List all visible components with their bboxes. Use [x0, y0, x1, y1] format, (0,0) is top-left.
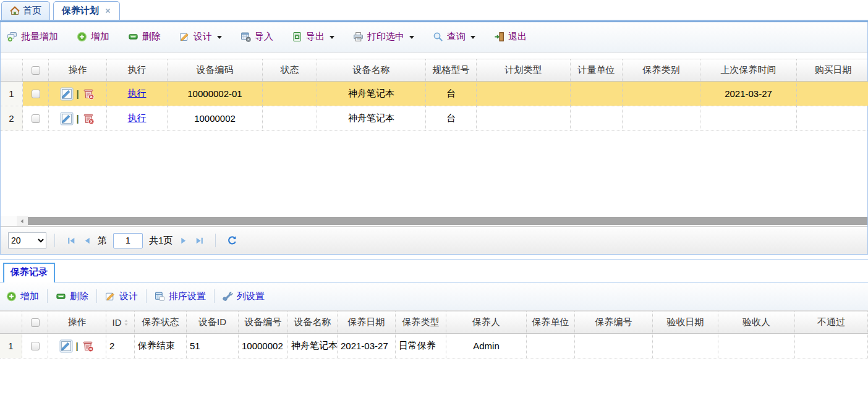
page-number-input[interactable]: [113, 233, 143, 248]
trash-icon[interactable]: [81, 339, 95, 353]
column-header[interactable]: 状态: [263, 59, 317, 81]
table-row[interactable]: 1|2保养结束5110000002神舟笔记本2021-03-27日常保养Admi…: [0, 334, 868, 358]
action-separator: |: [76, 88, 79, 99]
toolbar-button-print[interactable]: 打印选中: [353, 31, 414, 43]
column-header[interactable]: 不通过: [795, 312, 868, 333]
record-grid: 操作ID保养状态设备ID设备编号设备名称保养日期保养类型保养人保养单位保养编号验…: [0, 311, 868, 358]
prev-page-button[interactable]: [79, 232, 95, 248]
column-header[interactable]: 保养编号: [575, 312, 653, 333]
column-header[interactable]: 上次保养时间: [700, 59, 797, 81]
row-checkbox[interactable]: [32, 90, 40, 98]
toolbar-button-add[interactable]: 增加: [77, 31, 109, 43]
row-checkbox[interactable]: [32, 114, 40, 123]
next-page-icon: [178, 235, 189, 246]
table-row[interactable]: 1|执行10000002-01神舟笔记本台2021-03-27: [1, 82, 867, 106]
scrollbar-thumb[interactable]: [28, 217, 867, 225]
select-all-checkbox[interactable]: [32, 66, 40, 75]
execute-link[interactable]: 执行: [128, 112, 147, 124]
execute-link[interactable]: 执行: [128, 88, 147, 100]
toolbar-button-label: 批量增加: [21, 31, 58, 43]
table-cell: 保养结束: [135, 334, 187, 358]
first-page-button[interactable]: [63, 232, 79, 248]
select-all-checkbox[interactable]: [31, 318, 40, 327]
last-page-button[interactable]: [191, 232, 207, 248]
column-header[interactable]: 验收日期: [653, 312, 718, 333]
toolbar-button-label: 删除: [142, 31, 161, 43]
column-header[interactable]: 计量单位: [571, 59, 623, 81]
toolbar-button-batch-add[interactable]: 批量增加: [7, 31, 58, 43]
column-header-label: 保养状态: [142, 316, 179, 328]
prev-page-icon: [82, 235, 93, 246]
table-cell: [477, 82, 571, 106]
row-checkbox[interactable]: [31, 342, 40, 350]
toolbar-button-exit[interactable]: 退出: [494, 31, 527, 43]
column-header[interactable]: 设备编码: [168, 59, 263, 81]
toolbar-button-sort-settings[interactable]: 排序设置: [155, 291, 206, 302]
toolbar-button-design[interactable]: 设计: [105, 291, 138, 302]
dropdown-caret-icon: [217, 36, 222, 41]
column-header[interactable]: 验收人: [718, 312, 795, 333]
column-header[interactable]: 保养单位: [527, 312, 575, 333]
column-header[interactable]: 设备名称: [317, 59, 426, 81]
export-icon: [292, 32, 302, 42]
trash-icon[interactable]: [82, 112, 95, 125]
row-select-cell: [23, 82, 49, 106]
column-header[interactable]: 执行: [107, 59, 168, 81]
toolbar-button-label: 设计: [119, 291, 138, 302]
column-header[interactable]: 设备名称: [288, 312, 338, 333]
table-cell: [718, 334, 795, 358]
column-header[interactable]: 保养日期: [338, 312, 396, 333]
separator: [47, 289, 48, 303]
toolbar-button-query[interactable]: 查询: [433, 31, 475, 43]
scroll-left-button[interactable]: [17, 216, 28, 226]
refresh-button[interactable]: [224, 232, 240, 248]
edit-icon[interactable]: [60, 112, 74, 125]
toolbar-button-label: 导出: [306, 31, 325, 43]
edit-icon[interactable]: [60, 87, 74, 101]
column-header[interactable]: 操作: [48, 312, 106, 333]
column-header-label: 验收人: [742, 316, 770, 328]
edit-icon[interactable]: [59, 339, 73, 353]
toolbar-button-import[interactable]: 导入: [240, 31, 273, 43]
tab-maintenance-record[interactable]: 保养记录: [3, 263, 55, 282]
toolbar-button-export[interactable]: 导出: [292, 31, 334, 43]
design-icon: [179, 32, 190, 42]
toolbar-button-delete[interactable]: 删除: [56, 291, 88, 302]
table-cell: 10000002: [168, 106, 263, 130]
add-icon: [77, 32, 87, 42]
toolbar-button-add[interactable]: 增加: [6, 291, 39, 302]
close-icon[interactable]: [104, 7, 111, 14]
column-header[interactable]: 规格型号: [426, 59, 477, 81]
table-cell: 日常保养: [396, 334, 446, 358]
column-header[interactable]: 保养类型: [396, 312, 446, 333]
column-header[interactable]: 购买日期: [797, 59, 868, 81]
table-row[interactable]: 2|执行10000002神舟笔记本台: [1, 106, 867, 131]
tab-maintenance-plan[interactable]: 保养计划: [53, 1, 120, 20]
column-header[interactable]: ID: [106, 312, 135, 333]
print-icon: [353, 32, 364, 42]
separator: [214, 289, 215, 303]
column-header[interactable]: 设备ID: [187, 312, 239, 333]
dropdown-caret-icon: [330, 36, 334, 41]
column-header-label: 保养编号: [595, 316, 632, 328]
column-header[interactable]: 计划类型: [477, 59, 571, 81]
trash-icon[interactable]: [82, 87, 95, 101]
column-header[interactable]: 保养状态: [135, 312, 187, 333]
column-header[interactable]: 设备编号: [239, 312, 288, 333]
page-size-select[interactable]: 20: [8, 232, 46, 248]
next-page-button[interactable]: [175, 232, 191, 248]
column-header-label: 规格型号: [433, 64, 470, 76]
table-cell: [263, 82, 317, 106]
toolbar-button-column-settings[interactable]: 列设置: [223, 291, 265, 302]
tab-home[interactable]: 首页: [1, 1, 50, 20]
toolbar-button-design[interactable]: 设计: [179, 31, 222, 43]
delete-icon: [56, 291, 66, 302]
column-header[interactable]: 操作: [49, 59, 107, 81]
table-cell: 神舟笔记本: [288, 334, 338, 358]
column-header[interactable]: 保养人: [446, 312, 527, 333]
column-header-label: 设备名称: [294, 316, 331, 328]
column-header-label: 不通过: [817, 316, 845, 328]
column-header[interactable]: 保养类别: [623, 59, 700, 81]
toolbar-button-delete[interactable]: 删除: [128, 31, 161, 43]
separator: [215, 234, 216, 247]
